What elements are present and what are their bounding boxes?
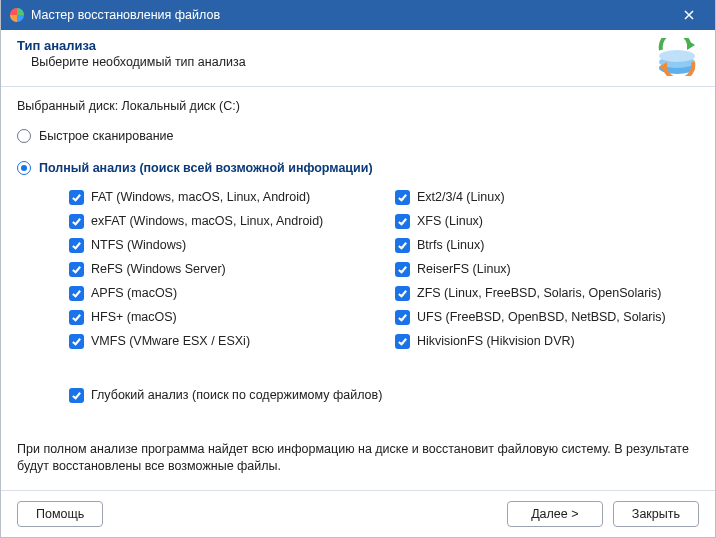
filesystem-options: FAT (Windows, macOS, Linux, Android) exF…: [17, 185, 699, 353]
next-button[interactable]: Далее >: [507, 501, 603, 527]
checkbox-apfs[interactable]: APFS (macOS): [69, 281, 395, 305]
radio-icon: [17, 129, 31, 143]
close-button-footer[interactable]: Закрыть: [613, 501, 699, 527]
filesystem-col-left: FAT (Windows, macOS, Linux, Android) exF…: [69, 185, 395, 353]
check-icon: [395, 262, 410, 277]
check-label: XFS (Linux): [417, 214, 483, 228]
check-label: HikvisionFS (Hikvision DVR): [417, 334, 575, 348]
wizard-body: Выбранный диск: Локальный диск (C:) Быст…: [1, 87, 715, 490]
page-subtitle: Выберите необходимый тип анализа: [17, 55, 655, 69]
close-button[interactable]: [671, 0, 707, 30]
checkbox-reiserfs[interactable]: ReiserFS (Linux): [395, 257, 695, 281]
check-icon: [395, 334, 410, 349]
check-icon: [69, 310, 84, 325]
help-button[interactable]: Помощь: [17, 501, 103, 527]
check-label: Btrfs (Linux): [417, 238, 484, 252]
window-title: Мастер восстановления файлов: [31, 8, 671, 22]
selected-disk-row: Выбранный диск: Локальный диск (C:): [17, 99, 699, 113]
check-icon: [69, 334, 84, 349]
check-icon: [395, 310, 410, 325]
checkbox-btrfs[interactable]: Btrfs (Linux): [395, 233, 695, 257]
check-label: APFS (macOS): [91, 286, 177, 300]
checkbox-ufs[interactable]: UFS (FreeBSD, OpenBSD, NetBSD, Solaris): [395, 305, 695, 329]
check-label: HFS+ (macOS): [91, 310, 177, 324]
footer: Помощь Далее > Закрыть: [1, 490, 715, 537]
check-label: UFS (FreeBSD, OpenBSD, NetBSD, Solaris): [417, 310, 666, 324]
checkbox-ext[interactable]: Ext2/3/4 (Linux): [395, 185, 695, 209]
check-icon: [395, 238, 410, 253]
radio-label: Полный анализ (поиск всей возможной инфо…: [39, 161, 373, 175]
page-title: Тип анализа: [17, 38, 655, 53]
checkbox-exfat[interactable]: exFAT (Windows, macOS, Linux, Android): [69, 209, 395, 233]
check-label: ReiserFS (Linux): [417, 262, 511, 276]
check-label: Ext2/3/4 (Linux): [417, 190, 505, 204]
check-label: exFAT (Windows, macOS, Linux, Android): [91, 214, 323, 228]
check-icon: [69, 286, 84, 301]
checkbox-xfs[interactable]: XFS (Linux): [395, 209, 695, 233]
selected-disk-value: Локальный диск (C:): [122, 99, 240, 113]
check-icon: [69, 238, 84, 253]
radio-quick-scan[interactable]: Быстрое сканирование: [17, 129, 699, 143]
check-icon: [395, 190, 410, 205]
radio-icon: [17, 161, 31, 175]
checkbox-deep-analysis[interactable]: Глубокий анализ (поиск по содержимому фа…: [17, 383, 699, 407]
checkbox-fat[interactable]: FAT (Windows, macOS, Linux, Android): [69, 185, 395, 209]
check-label: ZFS (Linux, FreeBSD, Solaris, OpenSolari…: [417, 286, 662, 300]
info-text: При полном анализе программа найдет всю …: [17, 441, 699, 475]
check-label: ReFS (Windows Server): [91, 262, 226, 276]
check-icon: [69, 388, 84, 403]
checkbox-refs[interactable]: ReFS (Windows Server): [69, 257, 395, 281]
checkbox-hfsplus[interactable]: HFS+ (macOS): [69, 305, 395, 329]
check-label: NTFS (Windows): [91, 238, 186, 252]
check-label: FAT (Windows, macOS, Linux, Android): [91, 190, 310, 204]
check-label: Глубокий анализ (поиск по содержимому фа…: [91, 388, 382, 402]
checkbox-ntfs[interactable]: NTFS (Windows): [69, 233, 395, 257]
check-icon: [69, 214, 84, 229]
radio-full-scan[interactable]: Полный анализ (поиск всей возможной инфо…: [17, 161, 699, 175]
selected-disk-label: Выбранный диск:: [17, 99, 118, 113]
wizard-header: Тип анализа Выберите необходимый тип ана…: [1, 30, 715, 86]
check-icon: [395, 286, 410, 301]
check-icon: [395, 214, 410, 229]
radio-label: Быстрое сканирование: [39, 129, 174, 143]
wizard-icon: [655, 38, 699, 76]
checkbox-hikvisionfs[interactable]: HikvisionFS (Hikvision DVR): [395, 329, 695, 353]
titlebar: Мастер восстановления файлов: [1, 0, 715, 30]
check-icon: [69, 190, 84, 205]
checkbox-zfs[interactable]: ZFS (Linux, FreeBSD, Solaris, OpenSolari…: [395, 281, 695, 305]
svg-marker-4: [687, 40, 695, 50]
app-icon: [9, 7, 25, 23]
check-label: VMFS (VMware ESX / ESXi): [91, 334, 250, 348]
svg-point-3: [659, 50, 695, 62]
filesystem-col-right: Ext2/3/4 (Linux) XFS (Linux) Btrfs (Linu…: [395, 185, 695, 353]
checkbox-vmfs[interactable]: VMFS (VMware ESX / ESXi): [69, 329, 395, 353]
check-icon: [69, 262, 84, 277]
